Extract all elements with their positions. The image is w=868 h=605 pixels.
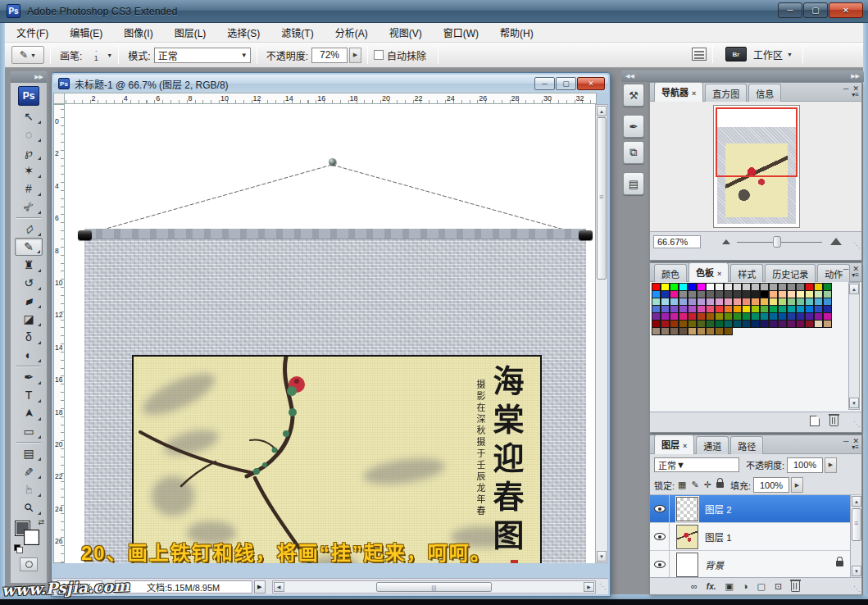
status-flyout-button[interactable]: ▶ (254, 580, 266, 594)
lock-position-icon[interactable]: ✛ (704, 480, 711, 490)
swatch[interactable] (670, 327, 679, 335)
rectangle-tool[interactable]: ▭ (15, 422, 43, 440)
lasso-tool[interactable]: ℘ (15, 143, 43, 161)
close-button[interactable]: ✕ (829, 2, 863, 18)
document-titlebar[interactable]: Ps 未标题-1 @ 66.7% (图层 2, RGB/8) ─ ▢ ✕ (53, 75, 608, 93)
brush-preview[interactable]: · 1 (85, 48, 107, 62)
window-titlebar[interactable]: Ps Adobe Photoshop CS3 Extended ─ ▢ ✕ (0, 0, 868, 23)
menu-item-0[interactable]: 文件(F) (16, 25, 48, 39)
navigator-tab-0[interactable]: 导航器× (654, 82, 703, 102)
swatch[interactable] (814, 320, 823, 328)
swatches-tab-1[interactable]: 色板× (688, 262, 729, 282)
scroll-down-button[interactable]: ▼ (849, 398, 859, 408)
navigator-zoom-field[interactable]: 66.67% (653, 235, 701, 248)
paint-bucket-tool[interactable]: ◪ (15, 310, 43, 328)
scroll-up-button[interactable]: ▲ (849, 284, 859, 294)
workspace-label[interactable]: 工作区 (753, 48, 783, 61)
magic-wand-tool[interactable]: ✶ (15, 161, 43, 180)
healing-brush-tool[interactable]: ▱ (15, 220, 43, 238)
hand-tool[interactable]: ☞ (15, 480, 43, 498)
menu-item-7[interactable]: 视图(V) (389, 25, 422, 39)
layer-blend-mode-select[interactable]: 正常 ▼ (654, 457, 739, 472)
add-layer-mask-icon[interactable]: ▣ (725, 581, 734, 592)
tab-close-icon[interactable]: × (692, 89, 696, 98)
layer-thumbnail[interactable] (676, 497, 698, 521)
layer-name[interactable]: 图层 1 (705, 530, 732, 544)
delete-swatch-icon[interactable] (829, 416, 838, 426)
menu-item-1[interactable]: 编辑(E) (70, 25, 102, 39)
zoom-in-icon[interactable] (830, 238, 842, 245)
opacity-spinner[interactable]: ▶ (349, 48, 361, 63)
new-group-icon[interactable]: ▢ (757, 581, 766, 592)
menu-item-8[interactable]: 窗口(W) (443, 25, 479, 39)
dock-collapse-right-icon[interactable]: ▶▶ (851, 73, 860, 82)
doc-minimize-button[interactable]: ─ (534, 77, 555, 90)
eye-icon[interactable] (654, 505, 666, 512)
swatch[interactable] (787, 320, 796, 328)
layer-name[interactable]: 背景 (705, 558, 724, 571)
swatch[interactable] (697, 327, 706, 335)
swatch[interactable] (823, 320, 832, 328)
doc-close-button[interactable]: ✕ (577, 77, 605, 90)
swatch[interactable] (769, 320, 778, 328)
maximize-button[interactable]: ▢ (803, 2, 828, 18)
panel-resize-grip[interactable]: ⋱ (853, 242, 860, 249)
tab-close-icon[interactable]: × (683, 442, 687, 450)
panel-menu-icon[interactable]: ▾≡ (852, 91, 859, 98)
adjustment-layer-icon[interactable]: ◑ (743, 581, 748, 591)
layer-row[interactable]: 图层 1 (650, 523, 861, 551)
layer-name[interactable]: 图层 2 (705, 503, 732, 516)
vertical-scroll-thumb[interactable] (597, 117, 607, 280)
panel-menu-icon[interactable]: ▾≡ (852, 444, 859, 451)
default-colors-icon[interactable] (14, 544, 22, 552)
layer-visibility-cell[interactable] (650, 495, 670, 523)
new-layer-icon[interactable]: ⊡ (775, 581, 782, 592)
panel-minimize-icon[interactable]: ─ (843, 84, 848, 93)
pencil-tool[interactable]: ✎ (15, 238, 43, 256)
navigator-view-box[interactable] (716, 107, 798, 177)
layers-tab-0[interactable]: 图层× (654, 434, 694, 454)
layer-row[interactable]: 图层 2 (650, 495, 861, 523)
zoom-out-icon[interactable] (722, 239, 730, 244)
tool-presets-panel-icon[interactable]: ⚒ (623, 84, 644, 107)
layer-opacity-field[interactable]: 100% (787, 457, 823, 473)
menu-item-4[interactable]: 选择(S) (227, 25, 260, 39)
swatches-scrollbar[interactable]: ▲ ▼ (848, 282, 860, 410)
scroll-left-button[interactable]: ◀ (274, 582, 284, 592)
layer-comps-panel-icon[interactable]: ▤ (623, 172, 644, 195)
link-layers-icon[interactable]: ∞ (691, 581, 698, 591)
swatch[interactable] (742, 320, 751, 328)
swatch[interactable] (733, 320, 742, 328)
crop-tool[interactable]: # (15, 180, 43, 198)
layer-fill-field[interactable]: 100% (753, 477, 789, 493)
dock-collapse-left-icon[interactable]: ◀◀ (625, 73, 634, 82)
menu-item-6[interactable]: 分析(A) (335, 25, 368, 39)
panel-resize-grip[interactable]: ⋱ (853, 585, 860, 593)
clone-stamp-tool[interactable]: ♜ (15, 256, 43, 274)
layer-visibility-cell[interactable] (650, 523, 670, 551)
layer-thumbnail[interactable] (676, 553, 698, 577)
swatch[interactable] (778, 320, 787, 328)
layers-scrollbar[interactable]: ▲▼ (850, 495, 861, 577)
brush-dropdown-icon[interactable]: ▼ (107, 52, 112, 58)
swatch[interactable] (661, 327, 670, 335)
swatch[interactable] (688, 327, 697, 335)
scroll-right-button[interactable]: ▶ (584, 582, 594, 592)
lock-paint-icon[interactable]: ✎ (691, 480, 698, 490)
screen-mode-button[interactable] (20, 557, 38, 571)
horizontal-scrollbar[interactable]: ◀ ||| ▶ (272, 580, 596, 594)
swatch[interactable] (805, 320, 814, 328)
delete-layer-icon[interactable] (791, 581, 800, 592)
panel-menu-icon[interactable]: ▾≡ (852, 271, 859, 279)
toolbox-collapse-button[interactable]: ▶▶ (11, 71, 47, 83)
layer-row[interactable]: 背景 (650, 551, 861, 577)
swatch[interactable] (724, 327, 733, 335)
layers-tab-1[interactable]: 通道 (696, 436, 729, 454)
navigator-thumbnail[interactable] (713, 105, 800, 228)
type-tool[interactable]: T (15, 386, 43, 404)
swatch[interactable] (652, 327, 661, 335)
move-tool[interactable]: ↖ (15, 107, 43, 125)
new-swatch-icon[interactable] (810, 416, 820, 426)
swatch[interactable] (715, 327, 724, 335)
swatch[interactable] (706, 327, 715, 335)
